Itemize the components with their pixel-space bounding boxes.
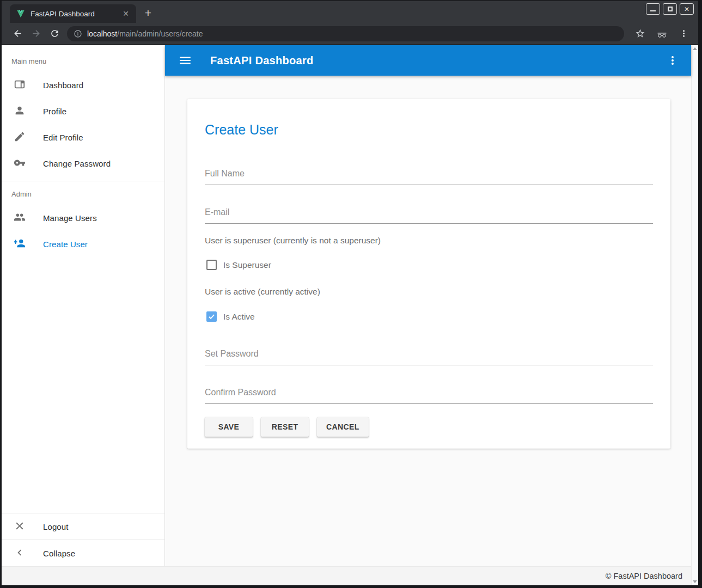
- close-x-icon: [14, 520, 27, 533]
- sidebar-item-manage-users[interactable]: Manage Users: [2, 205, 164, 231]
- maximize-button[interactable]: [663, 3, 677, 15]
- active-hint: User is active (currently active): [205, 287, 653, 297]
- dashboard-icon: [14, 78, 27, 91]
- input-underline: [205, 403, 653, 404]
- browser-window: FastAPI Dashboard ✕ + ✕ localhost/main/a…: [0, 0, 702, 588]
- sidebar-item-collapse[interactable]: Collapse: [2, 540, 164, 566]
- url-host: localhost: [87, 29, 117, 38]
- close-window-button[interactable]: ✕: [680, 3, 694, 15]
- form-buttons: SAVE RESET CANCEL: [205, 417, 653, 437]
- sidebar-item-change-password[interactable]: Change Password: [2, 150, 164, 176]
- email-label: E-mail: [205, 207, 653, 217]
- active-checkbox-row[interactable]: Is Active: [205, 311, 653, 322]
- checkmark-icon: [207, 313, 216, 321]
- active-checkbox[interactable]: [206, 311, 217, 322]
- people-icon: [14, 211, 27, 224]
- active-checkbox-label: Is Active: [223, 312, 255, 322]
- app-bar: FastAPI Dashboard: [165, 45, 691, 76]
- page-title: Create User: [205, 122, 653, 138]
- sidebar: Main menu Dashboard Profile: [2, 45, 165, 566]
- window-controls: ✕: [646, 3, 694, 15]
- confirm-password-field[interactable]: Confirm Password: [205, 388, 653, 404]
- reset-button[interactable]: RESET: [261, 417, 309, 437]
- person-icon: [14, 105, 27, 118]
- email-field[interactable]: E-mail: [205, 207, 653, 224]
- page: Main menu Dashboard Profile: [2, 45, 698, 585]
- url-path: /main/admin/users/create: [117, 29, 203, 38]
- superuser-checkbox-label: Is Superuser: [223, 260, 271, 270]
- kebab-menu-icon[interactable]: [666, 54, 679, 67]
- sidebar-item-label: Dashboard: [43, 81, 83, 90]
- info-icon[interactable]: [74, 29, 82, 38]
- set-password-field[interactable]: Set Password: [205, 349, 653, 365]
- sidebar-item-label: Change Password: [43, 159, 111, 168]
- sidebar-item-label: Edit Profile: [43, 133, 83, 142]
- toolbar-right: [631, 24, 693, 43]
- new-tab-button[interactable]: +: [141, 5, 156, 21]
- vue-logo-icon: [16, 10, 25, 18]
- sidebar-item-profile[interactable]: Profile: [2, 98, 164, 124]
- sidebar-section-admin: Admin: [2, 186, 164, 205]
- menu-dots-icon[interactable]: [674, 24, 693, 43]
- footer: © FastAPI Dashboard: [2, 566, 691, 585]
- input-underline: [205, 365, 653, 365]
- tab-title: FastAPI Dashboard: [30, 10, 121, 18]
- address-bar[interactable]: localhost/main/admin/users/create: [67, 26, 624, 41]
- chevron-left-icon: [14, 547, 27, 560]
- cancel-button[interactable]: CANCEL: [317, 417, 369, 437]
- sidebar-item-label: Manage Users: [43, 213, 97, 223]
- star-icon[interactable]: [631, 24, 649, 43]
- sidebar-item-label: Collapse: [43, 549, 75, 558]
- sidebar-section-main-menu: Main menu: [2, 53, 164, 72]
- page-content: Create User Full Name E-mail User is sup…: [165, 76, 691, 566]
- input-underline: [205, 223, 653, 224]
- incognito-icon: [652, 24, 671, 43]
- pencil-icon: [14, 131, 27, 144]
- browser-toolbar: localhost/main/admin/users/create: [2, 23, 698, 45]
- superuser-hint: User is superuser (currently is not a su…: [205, 236, 653, 246]
- url-text: localhost/main/admin/users/create: [87, 29, 203, 38]
- full-name-field[interactable]: Full Name: [205, 169, 653, 185]
- sidebar-item-edit-profile[interactable]: Edit Profile: [2, 124, 164, 150]
- full-name-label: Full Name: [205, 169, 653, 179]
- tab-strip: FastAPI Dashboard ✕ + ✕: [2, 0, 698, 23]
- confirm-password-label: Confirm Password: [205, 388, 653, 397]
- input-underline: [205, 185, 653, 185]
- reload-icon[interactable]: [45, 24, 64, 43]
- main-area: FastAPI Dashboard Create User Full Name: [165, 45, 691, 566]
- hamburger-icon[interactable]: [178, 53, 192, 68]
- sidebar-item-label: Profile: [43, 107, 66, 116]
- scrollbar-up-arrow[interactable]: [693, 47, 697, 50]
- sidebar-item-dashboard[interactable]: Dashboard: [2, 72, 164, 98]
- forward-icon[interactable]: [27, 24, 45, 43]
- sidebar-item-label: Logout: [43, 522, 68, 531]
- back-icon[interactable]: [8, 24, 27, 43]
- sidebar-divider: [2, 181, 164, 181]
- person-add-icon: [14, 237, 27, 250]
- set-password-label: Set Password: [205, 349, 653, 359]
- create-user-card: Create User Full Name E-mail User is sup…: [187, 99, 670, 449]
- copyright-text: © FastAPI Dashboard: [606, 572, 682, 580]
- superuser-checkbox[interactable]: [206, 260, 217, 270]
- sidebar-bottom: Logout Collapse: [2, 513, 164, 566]
- appbar-title: FastAPI Dashboard: [210, 54, 666, 67]
- tab-close-icon[interactable]: ✕: [121, 9, 131, 19]
- save-button[interactable]: SAVE: [205, 417, 253, 437]
- key-icon: [14, 157, 27, 170]
- superuser-checkbox-row[interactable]: Is Superuser: [205, 260, 653, 270]
- sidebar-item-create-user[interactable]: Create User: [2, 231, 164, 257]
- sidebar-item-logout[interactable]: Logout: [2, 513, 164, 540]
- minimize-button[interactable]: [646, 3, 660, 15]
- scrollbar-down-arrow[interactable]: [693, 580, 697, 583]
- browser-tab[interactable]: FastAPI Dashboard ✕: [10, 4, 136, 23]
- scrollbar[interactable]: [691, 45, 698, 585]
- sidebar-item-label: Create User: [43, 240, 88, 249]
